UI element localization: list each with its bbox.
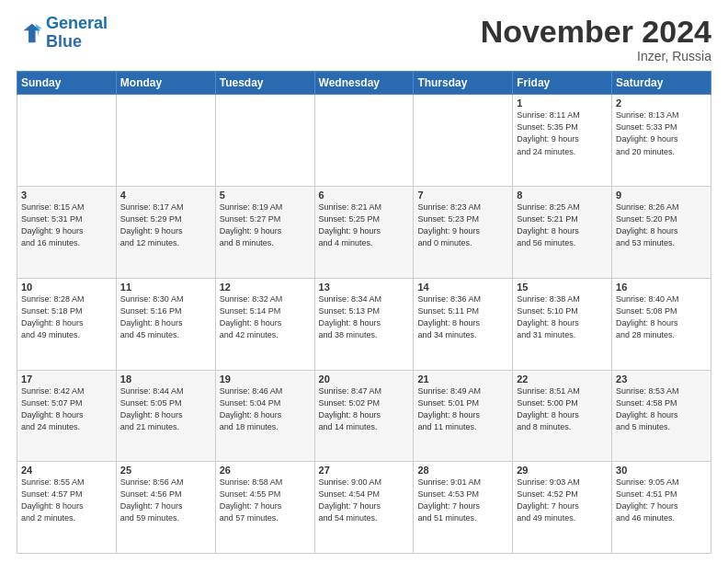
month-title: November 2024 xyxy=(481,15,711,49)
day-info: Sunrise: 8:58 AM Sunset: 4:55 PM Dayligh… xyxy=(220,477,311,524)
day-info: Sunrise: 9:01 AM Sunset: 4:53 PM Dayligh… xyxy=(417,477,508,524)
day-number: 17 xyxy=(21,373,112,385)
calendar-cell: 16Sunrise: 8:40 AM Sunset: 5:08 PM Dayli… xyxy=(612,278,711,370)
logo: General Blue xyxy=(17,15,108,52)
calendar-cell: 6Sunrise: 8:21 AM Sunset: 5:25 PM Daylig… xyxy=(314,187,414,279)
day-info: Sunrise: 8:32 AM Sunset: 5:14 PM Dayligh… xyxy=(220,293,311,341)
calendar-week-4: 24Sunrise: 8:55 AM Sunset: 4:57 PM Dayli… xyxy=(17,462,711,554)
day-number: 23 xyxy=(616,373,707,385)
day-number: 20 xyxy=(319,373,410,385)
day-number: 27 xyxy=(319,465,410,476)
logo-icon xyxy=(17,20,42,46)
calendar-cell: 5Sunrise: 8:19 AM Sunset: 5:27 PM Daylig… xyxy=(215,187,314,279)
calendar: Sunday Monday Tuesday Wednesday Thursday… xyxy=(17,71,711,554)
logo-line1: General xyxy=(46,14,108,32)
day-number: 21 xyxy=(417,373,508,385)
calendar-cell xyxy=(116,95,215,187)
col-sunday: Sunday xyxy=(17,72,117,95)
day-info: Sunrise: 8:17 AM Sunset: 5:29 PM Dayligh… xyxy=(120,201,211,249)
calendar-cell: 30Sunrise: 9:05 AM Sunset: 4:51 PM Dayli… xyxy=(612,462,711,554)
day-info: Sunrise: 8:25 AM Sunset: 5:21 PM Dayligh… xyxy=(517,201,608,249)
calendar-cell: 7Sunrise: 8:23 AM Sunset: 5:23 PM Daylig… xyxy=(414,187,513,279)
day-info: Sunrise: 8:34 AM Sunset: 5:13 PM Dayligh… xyxy=(319,293,410,341)
day-number: 6 xyxy=(319,190,410,201)
day-number: 15 xyxy=(517,282,608,293)
day-number: 12 xyxy=(220,282,311,293)
day-number: 3 xyxy=(21,190,112,201)
calendar-cell: 22Sunrise: 8:51 AM Sunset: 5:00 PM Dayli… xyxy=(513,370,612,462)
day-number: 7 xyxy=(417,190,508,201)
day-number: 5 xyxy=(220,190,311,201)
day-info: Sunrise: 8:28 AM Sunset: 5:18 PM Dayligh… xyxy=(21,293,112,341)
calendar-cell: 11Sunrise: 8:30 AM Sunset: 5:16 PM Dayli… xyxy=(116,278,215,370)
calendar-cell: 27Sunrise: 9:00 AM Sunset: 4:54 PM Dayli… xyxy=(314,462,414,554)
col-thursday: Thursday xyxy=(414,72,513,95)
calendar-cell: 20Sunrise: 8:47 AM Sunset: 5:02 PM Dayli… xyxy=(314,370,414,462)
day-info: Sunrise: 8:26 AM Sunset: 5:20 PM Dayligh… xyxy=(616,201,707,249)
calendar-week-0: 1Sunrise: 8:11 AM Sunset: 5:35 PM Daylig… xyxy=(17,95,711,187)
calendar-week-2: 10Sunrise: 8:28 AM Sunset: 5:18 PM Dayli… xyxy=(17,278,711,370)
day-info: Sunrise: 8:23 AM Sunset: 5:23 PM Dayligh… xyxy=(417,201,508,249)
day-info: Sunrise: 8:38 AM Sunset: 5:10 PM Dayligh… xyxy=(517,293,608,341)
day-info: Sunrise: 9:00 AM Sunset: 4:54 PM Dayligh… xyxy=(319,477,410,524)
day-number: 4 xyxy=(120,190,211,201)
day-info: Sunrise: 8:51 AM Sunset: 5:00 PM Dayligh… xyxy=(517,385,608,433)
day-info: Sunrise: 8:13 AM Sunset: 5:33 PM Dayligh… xyxy=(616,109,707,157)
calendar-cell: 3Sunrise: 8:15 AM Sunset: 5:31 PM Daylig… xyxy=(17,187,117,279)
day-number: 9 xyxy=(616,190,707,201)
day-info: Sunrise: 8:53 AM Sunset: 4:58 PM Dayligh… xyxy=(616,385,707,433)
day-number: 26 xyxy=(220,465,311,476)
calendar-cell: 10Sunrise: 8:28 AM Sunset: 5:18 PM Dayli… xyxy=(17,278,117,370)
calendar-cell: 1Sunrise: 8:11 AM Sunset: 5:35 PM Daylig… xyxy=(513,95,612,187)
day-number: 30 xyxy=(616,465,707,476)
logo-text: General Blue xyxy=(46,15,108,52)
day-info: Sunrise: 8:44 AM Sunset: 5:05 PM Dayligh… xyxy=(120,385,211,433)
header: General Blue November 2024 Inzer, Russia xyxy=(17,15,711,63)
col-monday: Monday xyxy=(116,72,215,95)
day-info: Sunrise: 8:42 AM Sunset: 5:07 PM Dayligh… xyxy=(21,385,112,433)
col-friday: Friday xyxy=(513,72,612,95)
calendar-cell: 8Sunrise: 8:25 AM Sunset: 5:21 PM Daylig… xyxy=(513,187,612,279)
day-number: 28 xyxy=(417,465,508,476)
calendar-cell: 24Sunrise: 8:55 AM Sunset: 4:57 PM Dayli… xyxy=(17,462,117,554)
day-info: Sunrise: 9:05 AM Sunset: 4:51 PM Dayligh… xyxy=(616,477,707,524)
col-saturday: Saturday xyxy=(612,72,711,95)
calendar-cell: 13Sunrise: 8:34 AM Sunset: 5:13 PM Dayli… xyxy=(314,278,414,370)
calendar-cell: 25Sunrise: 8:56 AM Sunset: 4:56 PM Dayli… xyxy=(116,462,215,554)
calendar-cell: 9Sunrise: 8:26 AM Sunset: 5:20 PM Daylig… xyxy=(612,187,711,279)
day-info: Sunrise: 8:55 AM Sunset: 4:57 PM Dayligh… xyxy=(21,477,112,524)
calendar-cell xyxy=(17,95,117,187)
day-number: 18 xyxy=(120,373,211,385)
day-number: 14 xyxy=(417,282,508,293)
calendar-cell: 2Sunrise: 8:13 AM Sunset: 5:33 PM Daylig… xyxy=(612,95,711,187)
calendar-cell xyxy=(215,95,314,187)
day-number: 10 xyxy=(21,282,112,293)
day-info: Sunrise: 8:46 AM Sunset: 5:04 PM Dayligh… xyxy=(220,385,311,433)
day-info: Sunrise: 8:47 AM Sunset: 5:02 PM Dayligh… xyxy=(319,385,410,433)
day-info: Sunrise: 8:49 AM Sunset: 5:01 PM Dayligh… xyxy=(417,385,508,433)
day-info: Sunrise: 8:36 AM Sunset: 5:11 PM Dayligh… xyxy=(417,293,508,341)
day-info: Sunrise: 8:56 AM Sunset: 4:56 PM Dayligh… xyxy=(120,477,211,524)
calendar-cell: 17Sunrise: 8:42 AM Sunset: 5:07 PM Dayli… xyxy=(17,370,117,462)
day-number: 19 xyxy=(220,373,311,385)
calendar-cell: 15Sunrise: 8:38 AM Sunset: 5:10 PM Dayli… xyxy=(513,278,612,370)
day-info: Sunrise: 8:21 AM Sunset: 5:25 PM Dayligh… xyxy=(319,201,410,249)
calendar-cell: 4Sunrise: 8:17 AM Sunset: 5:29 PM Daylig… xyxy=(116,187,215,279)
logo-line2: Blue xyxy=(46,32,82,51)
calendar-cell: 19Sunrise: 8:46 AM Sunset: 5:04 PM Dayli… xyxy=(215,370,314,462)
day-number: 25 xyxy=(120,465,211,476)
day-number: 8 xyxy=(517,190,608,201)
title-block: November 2024 Inzer, Russia xyxy=(481,15,711,63)
day-info: Sunrise: 8:11 AM Sunset: 5:35 PM Dayligh… xyxy=(517,109,608,157)
calendar-cell: 12Sunrise: 8:32 AM Sunset: 5:14 PM Dayli… xyxy=(215,278,314,370)
calendar-cell xyxy=(314,95,414,187)
col-tuesday: Tuesday xyxy=(215,72,314,95)
day-info: Sunrise: 8:19 AM Sunset: 5:27 PM Dayligh… xyxy=(220,201,311,249)
calendar-cell: 29Sunrise: 9:03 AM Sunset: 4:52 PM Dayli… xyxy=(513,462,612,554)
calendar-header-row: Sunday Monday Tuesday Wednesday Thursday… xyxy=(17,72,711,95)
day-number: 11 xyxy=(120,282,211,293)
day-number: 13 xyxy=(319,282,410,293)
calendar-cell: 14Sunrise: 8:36 AM Sunset: 5:11 PM Dayli… xyxy=(414,278,513,370)
day-number: 1 xyxy=(517,98,608,109)
day-number: 2 xyxy=(616,98,707,109)
